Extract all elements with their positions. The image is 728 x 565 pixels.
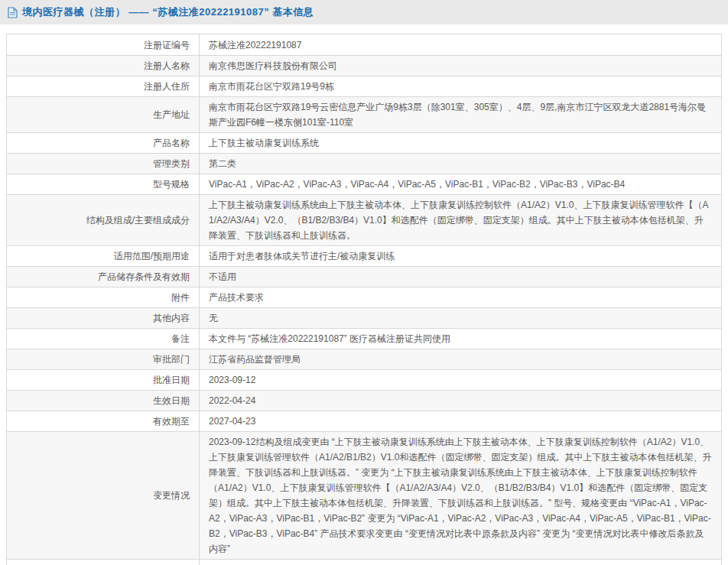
row-label-text: 产品储存条件及有效期 [98,269,190,284]
table-row: 有效期至 2027-04-23 [7,411,721,431]
row-label-text: 注册人名称 [144,58,190,73]
row-label-text: 变更情况 [153,488,190,503]
row-label-text: 注册证编号 [144,37,190,53]
row-label-text: 适用范围/预期用途 [114,248,190,264]
table-row: 注 详情 [7,559,721,565]
header-bar: 境内医疗器械（注册） —— “苏械注准20222191087” 基本信息 [0,0,728,24]
row-label: 产品名称 [7,133,200,153]
row-value-text: 苏械注准20222191087 [209,37,301,53]
row-value-text: 第二类 [209,156,236,171]
row-label: 其他内容 [7,308,200,328]
row-label-text: 生效日期 [153,393,190,408]
row-label-text: 备注 [171,331,190,346]
row-label-text: 结构及组成/主要组成成分 [86,213,190,228]
row-label: 适用范围/预期用途 [7,246,200,266]
row-value: 不适用 [200,267,721,287]
table-row: 变更情况 2023-09-12结构及组成变更由 “上下肢主被动康复训练系统由上下… [7,431,721,559]
page-title: 境内医疗器械（注册） —— “苏械注准20222191087” 基本信息 [22,5,314,19]
row-value-text: 本文件与 “苏械注准20222191087” 医疗器械注册证共同使用 [209,331,450,346]
row-value: 产品技术要求 [200,287,721,307]
row-value-text: 无 [209,310,218,326]
row-value: 适用于对患者肢体或关节进行主/被动康复训练 [200,246,721,266]
row-label: 注册证编号 [7,34,200,55]
row-value: 详情 [200,560,721,565]
row-value: 2023-09-12 [200,370,721,390]
table-row: 注册人名称 南京伟思医疗科技股份有限公司 [7,55,721,76]
table-row: 生产地址 南京市雨花台区宁双路19号云密信息产业广场9栋3层（除301室、305… [7,96,721,132]
table-row: 批准日期 2023-09-12 [7,369,721,390]
row-value-text: 上下肢主被动康复训练系统 [209,135,319,151]
row-label: 型号规格 [7,174,200,194]
table-row: 注册人住所 南京市雨花台区宁双路19号9栋 [7,76,721,96]
info-table: 注册证编号 苏械注准20222191087 注册人名称 南京伟思医疗科技股份有限… [6,34,722,565]
row-value: 上下肢主被动康复训练系统 [200,133,721,153]
row-value: 江苏省药品监督管理局 [200,349,721,369]
row-value-text: 南京市雨花台区宁双路19号云密信息产业广场9栋3层（除301室、305室）、4层… [209,99,712,130]
row-label: 变更情况 [7,432,200,559]
row-label: 附件 [7,287,200,307]
row-label-text: 注册人住所 [144,79,190,94]
row-label: 审批部门 [7,349,200,369]
row-value-text: ViPac-A1，ViPac-A2，ViPac-A3，ViPac-A4，ViPa… [209,177,625,192]
row-value-text: 不适用 [209,269,236,284]
row-value-text: 2022-04-24 [209,393,255,408]
row-value-text: 江苏省药品监督管理局 [209,352,301,367]
row-label-text: 有效期至 [153,414,190,429]
row-label: 备注 [7,329,200,349]
table-row: 审批部门 江苏省药品监督管理局 [7,349,721,369]
table-row: 产品名称 上下肢主被动康复训练系统 [7,132,721,153]
row-value: 本文件与 “苏械注准20222191087” 医疗器械注册证共同使用 [200,329,721,349]
row-value: 苏械注准20222191087 [200,34,721,55]
row-value: 无 [200,308,721,328]
row-label: 生效日期 [7,391,200,411]
table-row: 其他内容 无 [7,307,721,328]
table-row: 注册证编号 苏械注准20222191087 [7,34,721,55]
row-label-text: 管理类别 [153,156,190,171]
row-value: 南京市雨花台区宁双路19号云密信息产业广场9栋3层（除301室、305室）、4层… [200,97,721,132]
table-row: 附件 产品技术要求 [7,287,721,307]
details-link[interactable]: 详情 [209,562,227,565]
table-row: 生效日期 2022-04-24 [7,390,721,411]
row-value: 2023-09-12结构及组成变更由 “上下肢主被动康复训练系统由上下肢主被动本… [200,432,721,559]
row-label: 生产地址 [7,97,200,132]
row-label-text: 批准日期 [153,372,190,388]
row-value: 2022-04-24 [200,391,721,411]
row-label: 注册人住所 [7,76,200,96]
row-label: 有效期至 [7,411,200,431]
row-value-text: 产品技术要求 [209,290,264,305]
row-value: 南京伟思医疗科技股份有限公司 [200,56,721,76]
row-label-text: 产品名称 [153,135,190,151]
row-label-text: 其他内容 [153,310,190,326]
row-label-text: 附件 [171,290,190,305]
table-row: 适用范围/预期用途 适用于对患者肢体或关节进行主/被动康复训练 [7,245,721,266]
row-label: 产品储存条件及有效期 [7,267,200,287]
row-label: 结构及组成/主要组成成分 [7,195,200,245]
page: 境内医疗器械（注册） —— “苏械注准20222191087” 基本信息 注册证… [0,0,728,565]
row-label: 管理类别 [7,154,200,174]
row-label-text: 型号规格 [153,177,190,192]
row-label: 注册人名称 [7,56,200,76]
row-value: 2027-04-23 [200,411,721,431]
row-value: 第二类 [200,154,721,174]
row-label: 注 [7,560,200,565]
table-row: 管理类别 第二类 [7,153,721,174]
row-value-text: 南京伟思医疗科技股份有限公司 [209,58,337,73]
row-value-text: 上下肢主被动康复训练系统由上下肢主被动本体、上下肢康复训练控制软件（A1/A2）… [209,197,712,243]
row-value-text: 适用于对患者肢体或关节进行主/被动康复训练 [209,248,395,264]
row-value-text: 2027-04-23 [209,414,255,429]
row-value-text: 2023-09-12结构及组成变更由 “上下肢主被动康复训练系统由上下肢主被动本… [209,434,712,557]
row-value-text: 2023-09-12 [209,372,255,388]
document-icon [8,7,18,18]
row-label: 批准日期 [7,370,200,390]
row-label-text: 生产地址 [153,107,190,122]
table-row: 产品储存条件及有效期 不适用 [7,266,721,287]
table-row: 型号规格 ViPac-A1，ViPac-A2，ViPac-A3，ViPac-A4… [7,174,721,194]
row-label-text: 审批部门 [153,352,190,367]
row-value: ViPac-A1，ViPac-A2，ViPac-A3，ViPac-A4，ViPa… [200,174,721,194]
row-value: 南京市雨花台区宁双路19号9栋 [200,76,721,96]
row-label-text: 注 [180,562,190,565]
row-value-text: 南京市雨花台区宁双路19号9栋 [209,79,334,94]
table-row: 备注 本文件与 “苏械注准20222191087” 医疗器械注册证共同使用 [7,328,721,349]
table-row: 结构及组成/主要组成成分 上下肢主被动康复训练系统由上下肢主被动本体、上下肢康复… [7,194,721,245]
row-value: 上下肢主被动康复训练系统由上下肢主被动本体、上下肢康复训练控制软件（A1/A2）… [200,195,721,245]
